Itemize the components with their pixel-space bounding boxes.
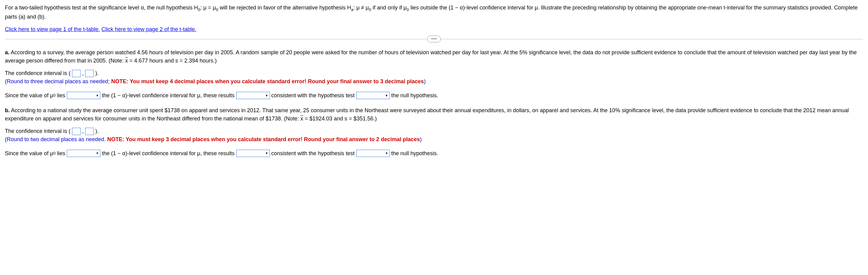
part-a-round-note: (Round to three decimal places as needed… — [5, 77, 863, 86]
ha-colon: : μ ≠ μ — [353, 5, 369, 11]
ci-prefix: The confidence interval is ( — [5, 70, 70, 76]
round-red: NOTE: You must keep 4 decimal places whe… — [111, 78, 424, 84]
chevron-down-icon: ▼ — [265, 151, 268, 156]
h0-colon: : μ = μ — [200, 5, 216, 11]
part-b-round-note: (Round to two decimal places as needed. … — [5, 135, 863, 144]
ha-sub2: 0 — [369, 7, 371, 12]
part-a-label: a. — [5, 49, 9, 56]
part-b-ci-upper-input[interactable] — [85, 128, 94, 135]
part-b-dropdown-null[interactable]: ▼ — [356, 150, 390, 157]
s4: the null hypothesis. — [391, 150, 438, 156]
s2: the (1 − α)-level confidence interval fo… — [102, 150, 235, 156]
part-a: a. According to a survey, the average pe… — [5, 48, 863, 100]
part-b-text: According to a national study the averag… — [5, 107, 849, 122]
s3: consistent with the hypothesis test — [271, 150, 355, 156]
s1-sub: 0 — [53, 93, 56, 98]
part-a-ci-lower-input[interactable] — [72, 70, 81, 77]
part-a-sentence: Since the value of μ0 lies ▼ the (1 − α)… — [5, 91, 863, 100]
h0-sub2: 0 — [216, 7, 219, 12]
part-b: b. According to a national study the ave… — [5, 106, 863, 158]
link-ttable-page1[interactable]: Click here to view page 1 of the t-table… — [5, 26, 100, 32]
s3: consistent with the hypothesis test — [271, 92, 355, 99]
part-b-ci-lower-input[interactable] — [72, 128, 81, 135]
s1: Since the value of μ — [5, 92, 53, 99]
part-a-dropdown-lies[interactable]: ▼ — [67, 92, 100, 99]
xbar-symbol: x — [125, 58, 128, 64]
s4: the null hypothesis. — [391, 92, 438, 99]
s2: the (1 − α)-level confidence interval fo… — [102, 92, 235, 99]
round-blue-end: ) — [424, 78, 426, 84]
part-a-dropdown-consistent[interactable]: ▼ — [236, 92, 270, 99]
part-b-dropdown-consistent[interactable]: ▼ — [236, 150, 270, 157]
round-red: NOTE: You must keep 3 decimal places whe… — [107, 136, 420, 142]
links-row: Click here to view page 1 of the t-table… — [5, 25, 863, 34]
part-b-ci-line: The confidence interval is ( , ). — [5, 127, 863, 135]
ha-sub: a — [351, 7, 353, 12]
intro-iff: if and only if μ — [371, 5, 406, 11]
ci-comma: , — [82, 70, 84, 76]
chevron-down-icon: ▼ — [385, 93, 388, 98]
ci-prefix: The confidence interval is ( — [5, 128, 70, 134]
s1-sub: 0 — [53, 151, 56, 156]
s1-after: lies — [56, 150, 65, 156]
part-b-sentence: Since the value of μ0 lies ▼ the (1 − α)… — [5, 149, 863, 158]
intro-text: For a two-tailed hypothesis test at the … — [5, 5, 198, 11]
xbar-symbol: x — [300, 115, 303, 122]
ci-suffix: ). — [95, 128, 99, 134]
part-b-dropdown-lies[interactable]: ▼ — [67, 150, 100, 157]
part-b-stats: = $1924.03 and s = $351.56.) — [303, 115, 377, 122]
part-b-body: b. According to a national study the ave… — [5, 106, 863, 123]
part-a-body: a. According to a survey, the average pe… — [5, 48, 863, 65]
s1-after: lies — [56, 92, 65, 99]
part-a-ci-line: The confidence interval is ( , ). — [5, 69, 863, 77]
round-blue: (Round to three decimal places as needed… — [5, 78, 111, 84]
round-blue-end: ) — [420, 136, 422, 142]
part-a-stats: = 4.677 hours and s = 2.394 hours.) — [128, 58, 217, 64]
intro-paragraph: For a two-tailed hypothesis test at the … — [5, 4, 863, 21]
part-a-dropdown-null[interactable]: ▼ — [356, 92, 390, 99]
chevron-down-icon: ▼ — [96, 93, 99, 98]
round-blue: (Round to two decimal places as needed. — [5, 136, 107, 142]
chevron-down-icon: ▼ — [385, 151, 388, 156]
section-divider: ••• — [5, 39, 863, 39]
link-ttable-page2[interactable]: Click here to view page 2 of the t-table… — [101, 26, 196, 32]
chevron-down-icon: ▼ — [265, 93, 268, 98]
part-b-label: b. — [5, 107, 10, 113]
s1: Since the value of μ — [5, 150, 53, 156]
mu0-sub: 0 — [406, 7, 409, 12]
intro-mid: will be rejected in favor of the alterna… — [218, 5, 351, 11]
ci-comma: , — [82, 128, 84, 134]
ci-suffix: ). — [95, 70, 99, 76]
expand-button[interactable]: ••• — [427, 36, 441, 42]
ellipsis-icon: ••• — [432, 37, 437, 41]
part-a-ci-upper-input[interactable] — [85, 70, 94, 77]
chevron-down-icon: ▼ — [96, 151, 99, 156]
